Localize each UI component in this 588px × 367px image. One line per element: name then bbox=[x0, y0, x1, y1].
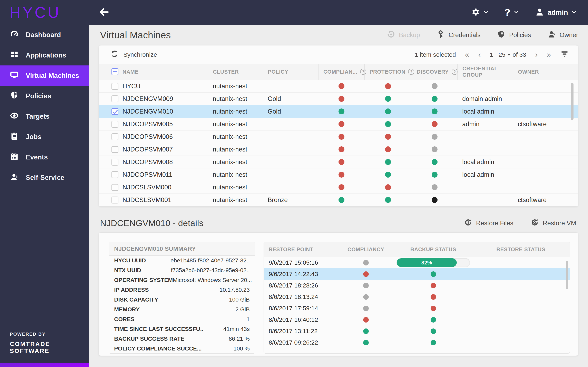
clipboard-icon bbox=[10, 132, 19, 142]
row-checkbox[interactable] bbox=[112, 95, 118, 102]
column-header-policy[interactable]: POLICY bbox=[263, 64, 318, 80]
sidebar-item-dashboard[interactable]: Dashboard bbox=[0, 25, 89, 45]
shield-icon bbox=[497, 30, 506, 40]
table-row-selected[interactable]: NJDCENGVM010 nutanix-nest Gold local adm… bbox=[99, 105, 578, 118]
compliancy-status-dot bbox=[363, 306, 369, 311]
protection-status-dot bbox=[385, 159, 391, 165]
sync-icon bbox=[110, 50, 119, 59]
vm-summary-panel: NJDCENGVM010 SUMMARY HYCU UUIDebe1b485-f… bbox=[109, 242, 255, 354]
vm-table-header: NAME CLUSTER POLICY COMPLIAN...? PROTECT… bbox=[99, 64, 578, 80]
table-row[interactable]: NJDCOPSVM007 nutanix-nest bbox=[99, 143, 578, 156]
column-header-name[interactable]: NAME bbox=[99, 64, 208, 80]
restore-point-time: 9/6/2017 15:05:16 bbox=[264, 259, 337, 266]
chevron-down-icon bbox=[483, 9, 489, 16]
table-row[interactable]: HYCU nutanix-nest bbox=[99, 80, 578, 92]
compliancy-status-dot bbox=[338, 159, 345, 165]
vm-name: NJDCOPSVM007 bbox=[122, 146, 173, 153]
help-menu-button[interactable]: ? bbox=[504, 7, 519, 18]
sidebar-item-label: Dashboard bbox=[26, 31, 61, 39]
prev-page-icon[interactable]: ‹ bbox=[478, 51, 481, 58]
row-checkbox[interactable] bbox=[112, 171, 118, 178]
sidebar-item-applications[interactable]: Applications bbox=[0, 45, 89, 66]
help-icon[interactable]: ? bbox=[452, 69, 458, 75]
sidebar-gradient-bar bbox=[0, 363, 89, 367]
restore-point-time: 8/6/2017 18:28:26 bbox=[264, 282, 337, 289]
pagination: 1 item selected « ‹ 1 - 25 ▾ of 33 › » bbox=[415, 49, 569, 60]
restore-point-row[interactable]: 8/6/2017 18:13:24 bbox=[264, 291, 570, 303]
key-icon bbox=[436, 30, 445, 40]
table-row[interactable]: NJDCOPSVM008 nutanix-nest local admin bbox=[99, 156, 578, 168]
row-checkbox[interactable] bbox=[112, 121, 118, 128]
restore-point-row[interactable]: 8/6/2017 09:26:22 bbox=[264, 337, 570, 348]
table-row[interactable]: NJDCENGVM009 nutanix-nest Gold domain ad… bbox=[99, 92, 578, 105]
column-header-owner[interactable]: OWNER bbox=[513, 64, 578, 80]
row-checkbox[interactable] bbox=[112, 133, 118, 140]
restore-point-row-selected[interactable]: 9/6/2017 14:22:43 bbox=[264, 268, 570, 280]
backup-button[interactable]: Backup bbox=[387, 30, 420, 40]
progress-label: 82% bbox=[421, 259, 432, 266]
select-all-checkbox[interactable] bbox=[112, 68, 118, 75]
next-page-icon[interactable]: › bbox=[535, 51, 538, 58]
settings-menu-button[interactable] bbox=[471, 7, 489, 17]
restore-points-scrollbar[interactable] bbox=[566, 261, 568, 289]
compliancy-status-dot bbox=[338, 134, 345, 140]
restore-vm-button[interactable]: Restore VM bbox=[530, 218, 576, 228]
row-checkbox[interactable] bbox=[112, 184, 118, 191]
compliancy-status-dot bbox=[338, 184, 345, 190]
policies-button[interactable]: Policies bbox=[497, 30, 531, 40]
summary-row: CORES1 bbox=[109, 314, 255, 324]
restore-files-button[interactable]: Restore Files bbox=[464, 218, 513, 228]
filter-button[interactable] bbox=[560, 49, 569, 60]
column-header-cluster[interactable]: CLUSTER bbox=[208, 64, 263, 80]
credentials-button[interactable]: Credentials bbox=[436, 30, 481, 40]
table-row[interactable]: NJDCOPSVM011 nutanix-nest local admin bbox=[99, 168, 578, 181]
user-menu-button[interactable]: admin bbox=[535, 7, 577, 17]
sidebar-item-virtual-machines[interactable]: Virtual Machines bbox=[0, 66, 89, 86]
restore-point-row[interactable]: 8/6/2017 17:59:14 bbox=[264, 303, 570, 314]
sidebar-item-policies[interactable]: Policies bbox=[0, 86, 89, 106]
page-actions: Backup Credentials Policies Owner bbox=[387, 30, 578, 40]
column-header-discovery[interactable]: DISCOVERY? bbox=[412, 64, 457, 80]
row-checkbox[interactable] bbox=[112, 108, 118, 115]
person-icon bbox=[10, 172, 19, 183]
protection-status-dot bbox=[385, 134, 391, 140]
back-button[interactable] bbox=[98, 7, 110, 18]
page-range-select[interactable]: 1 - 25 ▾ of 33 bbox=[490, 51, 526, 58]
caret-down-icon: ▾ bbox=[508, 52, 510, 57]
summary-header: NJDCENGVM010 SUMMARY bbox=[109, 242, 255, 256]
row-checkbox[interactable] bbox=[112, 197, 118, 203]
column-header-compliancy[interactable]: COMPLIAN...? bbox=[318, 64, 364, 80]
restore-files-label: Restore Files bbox=[476, 220, 513, 227]
restore-point-row[interactable]: 8/6/2017 13:11:22 bbox=[264, 325, 570, 337]
sidebar-item-label: Self-Service bbox=[26, 174, 64, 182]
sidebar-item-jobs[interactable]: Jobs bbox=[0, 127, 89, 147]
table-row[interactable]: NJDCSLSVM000 nutanix-nest bbox=[99, 181, 578, 194]
sidebar-item-events[interactable]: Events bbox=[0, 147, 89, 167]
row-checkbox[interactable] bbox=[112, 159, 118, 166]
column-header-protection[interactable]: PROTECTION? bbox=[364, 64, 412, 80]
restore-point-row[interactable]: 8/6/2017 18:28:26 bbox=[264, 280, 570, 291]
table-row[interactable]: NJDCSLSVM001 nutanix-nest Bronze ctsoftw… bbox=[99, 194, 578, 206]
restore-point-row[interactable]: 8/6/2017 16:40:12 bbox=[264, 314, 570, 325]
powered-by-block: POWERED BY COMTRADE SOFTWARE bbox=[10, 332, 89, 354]
table-row[interactable]: NJDCOPSVM006 nutanix-nest bbox=[99, 131, 578, 143]
vm-table-scrollbar[interactable] bbox=[571, 83, 573, 120]
protection-status-dot bbox=[385, 96, 391, 102]
table-row[interactable]: NJDCOPSVM005 nutanix-nest admin ctsoftwa… bbox=[99, 118, 578, 131]
restore-vm-icon bbox=[530, 218, 539, 228]
sidebar-item-targets[interactable]: Targets bbox=[0, 106, 89, 127]
owner-button[interactable]: Owner bbox=[547, 30, 578, 40]
sidebar-item-label: Targets bbox=[26, 113, 50, 120]
backup-status-dot bbox=[431, 271, 436, 277]
row-checkbox[interactable] bbox=[112, 146, 118, 153]
restore-point-row[interactable]: 9/6/2017 15:05:16 82% bbox=[264, 257, 570, 268]
column-header-credential-group[interactable]: CREDENTIAL GROUP bbox=[457, 64, 513, 80]
compliancy-status-dot bbox=[338, 108, 345, 114]
first-page-icon[interactable]: « bbox=[465, 51, 469, 58]
row-checkbox[interactable] bbox=[112, 83, 118, 90]
credentials-label: Credentials bbox=[449, 31, 481, 39]
sidebar-item-self-service[interactable]: Self-Service bbox=[0, 167, 89, 188]
vm-table-card: Synchronize 1 item selected « ‹ 1 - 25 ▾… bbox=[99, 45, 578, 207]
synchronize-button[interactable]: Synchronize bbox=[110, 50, 157, 59]
last-page-icon[interactable]: » bbox=[547, 51, 551, 58]
